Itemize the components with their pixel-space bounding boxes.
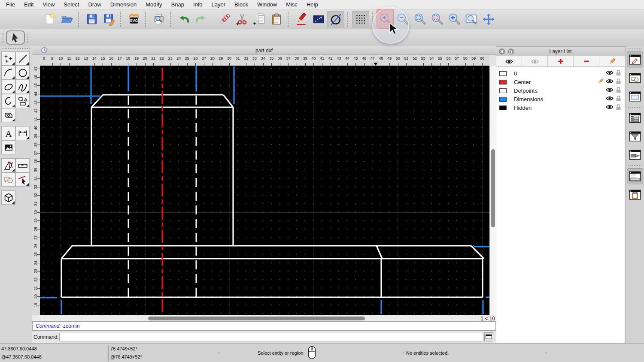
- edit-layer-button[interactable]: [599, 56, 625, 66]
- menu-file[interactable]: File: [6, 1, 15, 8]
- svg-export-button[interactable]: SVG: [125, 11, 143, 28]
- layer-row-center[interactable]: Center: [496, 78, 625, 86]
- add-layer-button[interactable]: [548, 56, 574, 66]
- auto-zoom-button[interactable]: [411, 11, 428, 28]
- line-attributes-button[interactable]: [310, 11, 327, 28]
- command-input[interactable]: [59, 333, 483, 341]
- spline-tool-button[interactable]: [15, 80, 30, 94]
- text-tool-button[interactable]: A: [1, 126, 15, 140]
- dock-library-browser-button[interactable]: [627, 88, 643, 105]
- menu-snap[interactable]: Snap: [171, 1, 184, 8]
- layer-lock-icon[interactable]: [616, 78, 621, 86]
- layer-visibility-icon[interactable]: [606, 87, 614, 95]
- polygon-tool-button[interactable]: [15, 94, 30, 108]
- outline-line[interactable]: [377, 246, 382, 259]
- undo-button[interactable]: [175, 11, 192, 28]
- zoom-out-button[interactable]: [394, 11, 411, 28]
- hide-inactive-layers-button[interactable]: [522, 56, 548, 66]
- horizontal-scrollbar[interactable]: 1 < 10: [32, 315, 496, 321]
- draft-mode-button[interactable]: [327, 11, 344, 28]
- hatch-tool-button[interactable]: [1, 108, 15, 122]
- cut-button[interactable]: [234, 11, 251, 28]
- dock-clipboard-button[interactable]: [627, 187, 643, 203]
- view-previous-button[interactable]: [446, 11, 463, 28]
- remove-layer-button[interactable]: [574, 56, 599, 66]
- circle-tool-button[interactable]: [15, 66, 30, 80]
- pen-button[interactable]: [293, 11, 310, 28]
- select-tool-button[interactable]: [6, 30, 25, 45]
- zoom-pan-button[interactable]: [480, 11, 497, 28]
- zoom-window-button[interactable]: [463, 11, 480, 28]
- select-line-tool-button[interactable]: [15, 172, 30, 187]
- menu-dimension[interactable]: Dimension: [110, 1, 137, 8]
- copy-button[interactable]: [251, 11, 268, 28]
- layer-row-defpoints[interactable]: Defpoints: [496, 86, 625, 95]
- menu-layer[interactable]: Layer: [212, 1, 226, 8]
- layer-row-0[interactable]: 0: [496, 69, 625, 78]
- menu-draw[interactable]: Draw: [88, 1, 101, 8]
- layer-row-hidden[interactable]: Hidden: [496, 103, 625, 112]
- menu-info[interactable]: Info: [193, 1, 203, 8]
- layer-visibility-icon[interactable]: [606, 104, 614, 112]
- palette-handle[interactable]: [3, 48, 30, 49]
- polyline-tool-button[interactable]: [1, 94, 15, 108]
- drawing-window-titlebar[interactable]: part.dxf: [32, 46, 496, 55]
- save-as-button[interactable]: [100, 11, 118, 28]
- redo-button[interactable]: [192, 11, 210, 28]
- dock-layer-list-button[interactable]: [627, 110, 643, 126]
- outline-line[interactable]: [471, 246, 484, 259]
- outline-line[interactable]: [223, 95, 233, 107]
- tool-palette: A: [0, 46, 32, 343]
- grid-button[interactable]: [352, 11, 369, 28]
- ellipse-tool-button[interactable]: [1, 80, 15, 94]
- dock-pen-wizard-button[interactable]: [627, 147, 643, 163]
- menu-view[interactable]: View: [43, 1, 55, 8]
- outline-line[interactable]: [61, 246, 72, 259]
- horizontal-scrollbar-thumb[interactable]: [148, 317, 365, 320]
- zoom-previous-button[interactable]: [428, 11, 446, 28]
- print-preview-button[interactable]: [150, 11, 167, 28]
- image-tool-button[interactable]: [1, 140, 15, 154]
- new-button[interactable]: [41, 11, 58, 28]
- layer-row-dimensions[interactable]: Dimensions: [496, 95, 625, 103]
- layer-lock-icon[interactable]: [616, 95, 621, 103]
- layer-visibility-icon[interactable]: [606, 78, 614, 86]
- arc-tool-button[interactable]: [1, 66, 15, 80]
- menu-select[interactable]: Select: [64, 1, 79, 8]
- show-all-layers-button[interactable]: [496, 56, 522, 66]
- measure-tool-button[interactable]: [15, 158, 30, 172]
- layer-lock-icon[interactable]: [616, 104, 621, 112]
- layer-lock-icon[interactable]: [616, 87, 621, 95]
- dock-block-list-button[interactable]: [627, 70, 643, 86]
- dimension-tool-button[interactable]: [15, 126, 30, 140]
- dock-handle[interactable]: [628, 48, 641, 49]
- vertical-scrollbar-thumb[interactable]: [491, 149, 495, 227]
- point-tool-button[interactable]: [1, 51, 15, 66]
- block-tool-button[interactable]: [1, 172, 15, 187]
- line-tool-button[interactable]: [15, 51, 30, 66]
- dock-entity-filter-button[interactable]: [627, 128, 643, 145]
- toolbar-handle[interactable]: [27, 33, 28, 43]
- command-window-toggle-button[interactable]: [484, 332, 493, 341]
- menu-help[interactable]: Help: [307, 1, 318, 8]
- delete-button[interactable]: [216, 11, 234, 28]
- menu-misc[interactable]: Misc: [286, 1, 298, 8]
- cube-tool-button[interactable]: [1, 190, 15, 205]
- save-button[interactable]: [83, 11, 100, 28]
- menu-window[interactable]: Window: [257, 1, 277, 8]
- drawing-canvas[interactable]: [40, 66, 489, 315]
- layer-lock-icon[interactable]: [616, 69, 621, 78]
- menu-edit[interactable]: Edit: [24, 1, 33, 8]
- zoom-in-button[interactable]: [377, 11, 394, 28]
- paste-button[interactable]: [268, 11, 285, 28]
- menu-block[interactable]: Block: [234, 1, 248, 8]
- open-button[interactable]: [58, 11, 76, 28]
- layer-visibility-icon[interactable]: [606, 69, 614, 78]
- menu-modify[interactable]: Modify: [146, 1, 162, 8]
- toolbar-handle[interactable]: [3, 33, 3, 43]
- dock-command-line-button[interactable]: [627, 168, 643, 184]
- layer-visibility-icon[interactable]: [606, 95, 614, 103]
- vertical-scrollbar[interactable]: [489, 66, 496, 315]
- dock-pen-palette-button[interactable]: [627, 51, 643, 68]
- draft-tool-button[interactable]: [1, 158, 15, 172]
